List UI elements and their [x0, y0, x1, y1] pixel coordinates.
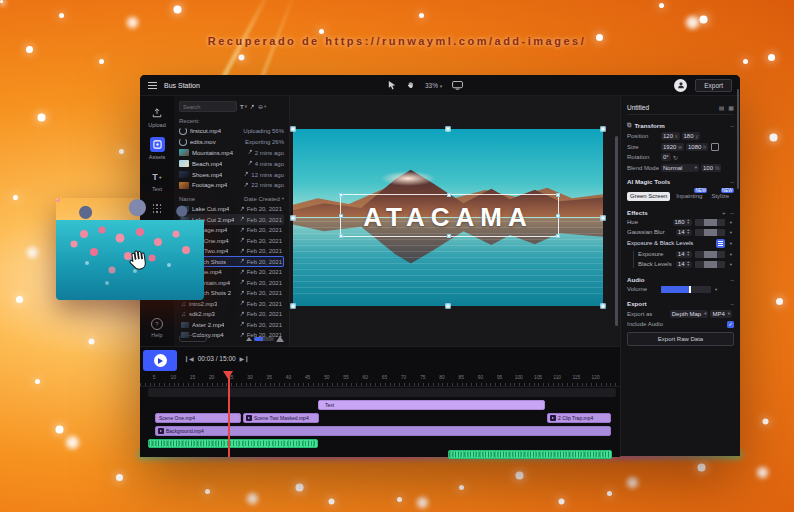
clip-background[interactable]: Background.mp4 — [155, 426, 611, 436]
rotate-icon[interactable]: ↻ — [673, 154, 678, 161]
effect-value-stepper[interactable]: 14▲▼ — [676, 229, 692, 236]
display-icon[interactable] — [452, 81, 463, 90]
panel-options-icon[interactable]: ▦ — [728, 104, 734, 111]
size-height-input[interactable]: 1080h — [686, 143, 708, 151]
skip-back-icon[interactable]: ❙◀ — [184, 355, 194, 362]
text-selection-handle[interactable] — [447, 234, 451, 238]
sort-filter-icon[interactable]: ⊖▾ — [258, 103, 266, 110]
text-selection-handle[interactable] — [556, 214, 560, 218]
export-section-header[interactable]: Export– — [627, 300, 734, 307]
export-format-select[interactable]: Depth Map▾ — [670, 310, 709, 318]
chevron-down-icon[interactable]: ▾ — [728, 230, 734, 235]
inspector-scrollbar[interactable] — [737, 89, 740, 189]
ai-tab-green-screen[interactable]: Green Screen — [627, 192, 670, 201]
volume-slider[interactable] — [661, 286, 711, 293]
text-selection-handle[interactable] — [447, 193, 451, 197]
zoom-dropdown[interactable]: 33% ▾ — [425, 82, 442, 89]
recent-item[interactable]: Mountains.mp42 mins ago — [179, 148, 284, 159]
effects-group-header[interactable]: Exposure & Black Levels ▾ — [627, 239, 734, 248]
menu-icon[interactable] — [148, 82, 157, 89]
ai-tab-stylize[interactable]: StylizeNEW — [708, 192, 732, 201]
position-y-input[interactable]: 180y — [682, 132, 701, 140]
rotation-input[interactable]: 0° — [661, 153, 671, 161]
thumbnail-size-slider[interactable] — [254, 337, 274, 341]
scroll-pill[interactable] — [179, 335, 207, 342]
effect-value-stepper[interactable]: 14▲▼ — [676, 261, 692, 268]
selection-handle[interactable] — [601, 215, 606, 220]
text-selection-box[interactable] — [340, 194, 559, 237]
grid-view-icon[interactable]: ▤ — [719, 104, 725, 111]
text-selection-handle[interactable] — [556, 193, 560, 197]
chevron-down-icon[interactable]: ▾ — [728, 262, 734, 267]
sidebar-item-upload[interactable]: Upload — [140, 105, 174, 128]
recent-item[interactable]: Beach.mp44 mins ago — [179, 158, 284, 169]
file-row[interactable]: Aster 2.mp4Feb 20, 2021 — [179, 319, 284, 330]
timeline-ruler[interactable]: 5101520253035404550556065707580859095100… — [140, 373, 620, 387]
empty-track[interactable] — [148, 388, 616, 397]
effect-slider[interactable] — [695, 229, 725, 236]
audio-clip-left[interactable] — [148, 439, 318, 448]
selection-handle[interactable] — [446, 127, 451, 132]
opacity-input[interactable]: 100% — [701, 164, 721, 172]
selection-handle[interactable] — [291, 304, 296, 309]
blend-mode-select[interactable]: Normal▾ — [661, 164, 699, 172]
ai-tab-inpainting[interactable]: InpaintingNEW — [673, 192, 705, 201]
ai-tools-section-header[interactable]: AI Magic Tools– — [627, 178, 734, 185]
clip-text[interactable]: Text — [318, 400, 545, 410]
selection-handle[interactable] — [291, 215, 296, 220]
text-selection-handle[interactable] — [339, 214, 343, 218]
selection-handle[interactable] — [601, 127, 606, 132]
recent-item[interactable]: firstcut.mp4Uploading 56% — [179, 126, 284, 137]
audio-clip-right[interactable] — [448, 450, 612, 459]
type-filter-icon[interactable]: T▾ — [240, 104, 247, 110]
screenshot-stage: Recuperado de https://runwayml.com/add-i… — [0, 0, 794, 512]
magic-adjust-icon[interactable] — [716, 239, 725, 248]
column-date[interactable]: Date Created▾ — [244, 196, 284, 202]
sidebar-item-assets[interactable]: Assets — [140, 137, 174, 160]
clip-trap[interactable]: 2 Clip Trap.mp4 — [547, 413, 611, 423]
text-selection-handle[interactable] — [339, 193, 343, 197]
selection-handle[interactable] — [601, 304, 606, 309]
playhead-line[interactable] — [228, 373, 230, 457]
skip-forward-icon[interactable]: ▶❙ — [240, 355, 250, 362]
effect-slider[interactable] — [695, 219, 725, 226]
volume-options-icon[interactable]: ▾ — [715, 287, 717, 292]
sidebar-item-text[interactable]: T+ Text — [140, 169, 174, 192]
video-frame[interactable]: ATACAMA — [293, 129, 603, 306]
constrain-link-icon[interactable] — [711, 143, 719, 151]
export-container-select[interactable]: MP4▾ — [710, 310, 732, 318]
chevron-down-icon[interactable]: ▾ — [728, 220, 734, 225]
size-width-input[interactable]: 1920w — [661, 143, 684, 151]
recent-item[interactable]: Shoes.mp412 mins ago — [179, 169, 284, 180]
export-button[interactable]: Export — [695, 79, 732, 92]
clip-scene-two[interactable]: Scene Two Masked.mp4 — [243, 413, 319, 423]
transform-section-header[interactable]: ⧉ Transform– — [627, 121, 734, 129]
include-audio-checkbox[interactable]: ✓ — [727, 321, 734, 328]
effect-value-stepper[interactable]: 14▲▼ — [676, 251, 692, 258]
recent-item[interactable]: Footage.mp422 mins ago — [179, 180, 284, 191]
play-button[interactable] — [143, 350, 177, 371]
selection-handle[interactable] — [446, 304, 451, 309]
pointer-tool-icon[interactable] — [388, 80, 396, 90]
search-input[interactable] — [179, 101, 237, 112]
effect-value-stepper[interactable]: 180▲▼ — [673, 219, 692, 226]
chevron-down-icon[interactable]: ▾ — [728, 252, 734, 257]
effect-slider[interactable] — [695, 261, 725, 268]
avatar[interactable] — [674, 79, 687, 92]
text-selection-handle[interactable] — [556, 234, 560, 238]
effect-slider[interactable] — [695, 251, 725, 258]
file-row[interactable]: ♫sdk2.mp3Feb 20, 2021 — [179, 309, 284, 320]
export-raw-data-button[interactable]: Export Raw Data — [627, 332, 734, 346]
canvas-scrollbar[interactable] — [615, 136, 618, 326]
recent-item[interactable]: edits.movExporting 26% — [179, 137, 284, 148]
canvas-viewport[interactable]: ATACAMA — [290, 96, 620, 346]
position-x-input[interactable]: 120x — [661, 132, 680, 140]
text-selection-handle[interactable] — [339, 234, 343, 238]
add-effect-icon[interactable]: + — [722, 209, 726, 216]
effects-section-header[interactable]: Effects+– — [627, 209, 734, 216]
help-button[interactable]: ? Help — [140, 318, 174, 338]
hand-tool-icon[interactable] — [406, 80, 415, 90]
pin-filter-icon[interactable] — [250, 104, 255, 110]
selection-handle[interactable] — [291, 127, 296, 132]
audio-section-header[interactable]: Audio– — [627, 276, 734, 283]
